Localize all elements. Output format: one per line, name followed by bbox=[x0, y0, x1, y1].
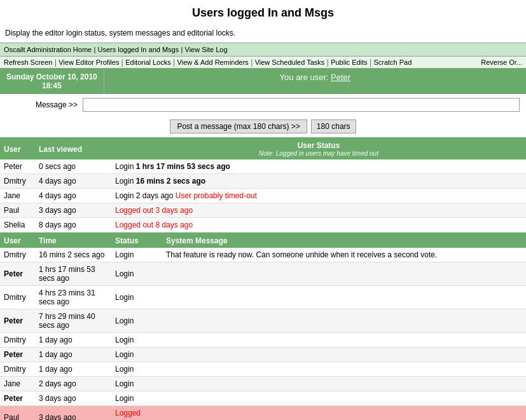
sys-col-status: Status bbox=[111, 233, 162, 248]
breadcrumb-users-logged-in[interactable]: Users logged In and Msgs bbox=[97, 46, 179, 53]
user-login-status-cell: Login 16 mins 2 secs ago bbox=[111, 174, 526, 189]
user-status-col-status: User Status Note: Logged in users may ha… bbox=[111, 138, 526, 159]
time-label: 18:45 bbox=[6, 81, 97, 90]
nav-reverse-order[interactable]: Reverse Or... bbox=[481, 58, 522, 66]
sys-user-cell: Jane bbox=[0, 377, 35, 391]
sys-message-row: Jane2 days agoLogin bbox=[0, 377, 526, 391]
sys-message-row: Dmitry4 hrs 23 mins 31 secs agoLogin bbox=[0, 286, 526, 309]
user-cell: Peter bbox=[0, 159, 35, 174]
sys-message-row: Peter3 days agoLogin bbox=[0, 391, 526, 406]
date-time-cell: Sunday October 10, 2010 18:45 bbox=[0, 69, 104, 94]
sys-message-cell bbox=[162, 286, 526, 309]
last-viewed-cell: 8 days ago bbox=[35, 218, 111, 233]
sys-time-cell: 16 mins 2 secs ago bbox=[35, 248, 111, 262]
sys-time-cell: 7 hrs 29 mins 40 secs ago bbox=[35, 309, 111, 333]
sys-message-cell bbox=[162, 333, 526, 348]
user-status-row: Jane4 days agoLogin 2 days ago User prob… bbox=[0, 189, 526, 203]
sys-status-cell: Login bbox=[111, 309, 162, 333]
user-login-status-cell: Logged out 3 days ago bbox=[111, 203, 526, 218]
user-login-status-cell: Logged out 8 days ago bbox=[111, 218, 526, 233]
breadcrumb: Oscailt Administration Home | Users logg… bbox=[0, 43, 526, 57]
current-user-cell: You are user: Peter bbox=[104, 69, 526, 94]
system-messages-table: User Time Status System Message Dmitry16… bbox=[0, 233, 526, 420]
sys-message-row: Dmitry1 day agoLogin bbox=[0, 333, 526, 348]
nav-view-add-reminders[interactable]: View & Add Reminders bbox=[177, 58, 249, 66]
sys-message-cell bbox=[162, 406, 526, 421]
sys-status-cell: Login bbox=[111, 333, 162, 348]
user-status-table: User Last viewed User Status Note: Logge… bbox=[0, 137, 526, 233]
you-are-user-label: You are user: bbox=[280, 72, 329, 82]
message-label: Message >> bbox=[6, 100, 83, 109]
sys-user-cell: Dmitry bbox=[0, 248, 35, 262]
sys-user-cell: Dmitry bbox=[0, 362, 35, 377]
last-viewed-cell: 0 secs ago bbox=[35, 159, 111, 174]
user-status-row: Shelia8 days agoLogged out 8 days ago bbox=[0, 218, 526, 233]
date-label: Sunday October 10, 2010 bbox=[6, 72, 97, 81]
sys-message-cell: That feature is ready now. Can someone u… bbox=[162, 248, 526, 262]
sys-status-cell: Login bbox=[111, 348, 162, 362]
sys-status-cell: Login bbox=[111, 391, 162, 406]
current-user-link[interactable]: Peter bbox=[331, 72, 350, 82]
header-row: Sunday October 10, 2010 18:45 You are us… bbox=[0, 69, 526, 94]
top-nav: Refresh Screen | View Editor Profiles | … bbox=[0, 57, 526, 69]
sys-status-cell: Login bbox=[111, 377, 162, 391]
sys-user-cell: Peter bbox=[0, 262, 35, 286]
sys-status-cell: Login bbox=[111, 248, 162, 262]
sys-message-cell bbox=[162, 362, 526, 377]
user-status-col-user: User bbox=[0, 138, 35, 159]
page-subtitle: Display the editor login status, system … bbox=[0, 26, 526, 43]
sys-user-cell: Peter bbox=[0, 309, 35, 333]
nav-view-scheduled-tasks[interactable]: View Scheduled Tasks bbox=[255, 58, 325, 66]
sys-time-cell: 1 hrs 17 mins 53 secs ago bbox=[35, 262, 111, 286]
sys-time-cell: 2 days ago bbox=[35, 377, 111, 391]
sys-status-cell: Loggedout bbox=[111, 406, 162, 421]
nav-scratch-pad[interactable]: Scratch Pad bbox=[373, 58, 412, 66]
message-input[interactable] bbox=[83, 98, 520, 112]
sys-message-cell bbox=[162, 309, 526, 333]
last-viewed-cell: 4 days ago bbox=[35, 189, 111, 203]
top-nav-links: Refresh Screen | View Editor Profiles | … bbox=[4, 58, 412, 67]
post-row: Post a message (max 180 chars) >> 180 ch… bbox=[0, 116, 526, 137]
nav-public-edits[interactable]: Public Edits bbox=[331, 58, 367, 66]
sys-message-row: Peter1 hrs 17 mins 53 secs agoLogin bbox=[0, 262, 526, 286]
sys-time-cell: 1 day ago bbox=[35, 333, 111, 348]
user-cell: Paul bbox=[0, 203, 35, 218]
status-note: Note: Logged in users may have timed out bbox=[115, 150, 522, 157]
sys-message-cell bbox=[162, 377, 526, 391]
last-viewed-cell: 4 days ago bbox=[35, 174, 111, 189]
user-login-status-cell: Login 2 days ago User probably timed-out bbox=[111, 189, 526, 203]
sys-time-cell: 3 days ago bbox=[35, 391, 111, 406]
breadcrumb-view-site-log[interactable]: View Site Log bbox=[185, 46, 228, 53]
top-nav-right: Reverse Or... bbox=[481, 58, 522, 67]
chars-display: 180 chars bbox=[311, 119, 356, 133]
message-row: Message >> bbox=[0, 94, 526, 116]
user-status-row: Paul3 days agoLogged out 3 days ago bbox=[0, 203, 526, 218]
sys-message-cell bbox=[162, 348, 526, 362]
user-cell: Shelia bbox=[0, 218, 35, 233]
user-status-row: Peter0 secs agoLogin 1 hrs 17 mins 53 se… bbox=[0, 159, 526, 174]
sys-time-cell: 3 days ago bbox=[35, 406, 111, 421]
post-message-button[interactable]: Post a message (max 180 chars) >> bbox=[170, 119, 307, 133]
sys-user-cell: Dmitry bbox=[0, 286, 35, 309]
last-viewed-cell: 3 days ago bbox=[35, 203, 111, 218]
user-status-row: Dmitry4 days agoLogin 16 mins 2 secs ago bbox=[0, 174, 526, 189]
nav-editorial-locks[interactable]: Editorial Locks bbox=[125, 58, 171, 66]
sys-time-cell: 1 day ago bbox=[35, 362, 111, 377]
sys-col-time: Time bbox=[35, 233, 111, 248]
nav-refresh-screen[interactable]: Refresh Screen bbox=[4, 58, 52, 66]
sys-status-cell: Login bbox=[111, 286, 162, 309]
sys-user-cell: Peter bbox=[0, 391, 35, 406]
user-login-status-cell: Login 1 hrs 17 mins 53 secs ago bbox=[111, 159, 526, 174]
user-cell: Dmitry bbox=[0, 174, 35, 189]
sys-user-cell: Dmitry bbox=[0, 333, 35, 348]
sys-message-row: Paul3 days agoLoggedout bbox=[0, 406, 526, 421]
nav-view-editor-profiles[interactable]: View Editor Profiles bbox=[59, 58, 119, 66]
user-cell: Jane bbox=[0, 189, 35, 203]
sys-message-cell bbox=[162, 262, 526, 286]
sys-status-cell: Login bbox=[111, 362, 162, 377]
sys-user-cell: Paul bbox=[0, 406, 35, 421]
sys-message-row: Peter1 day agoLogin bbox=[0, 348, 526, 362]
breadcrumb-admin-home[interactable]: Oscailt Administration Home bbox=[4, 46, 92, 53]
sys-message-row: Peter7 hrs 29 mins 40 secs agoLogin bbox=[0, 309, 526, 333]
sys-message-row: Dmitry1 day agoLogin bbox=[0, 362, 526, 377]
